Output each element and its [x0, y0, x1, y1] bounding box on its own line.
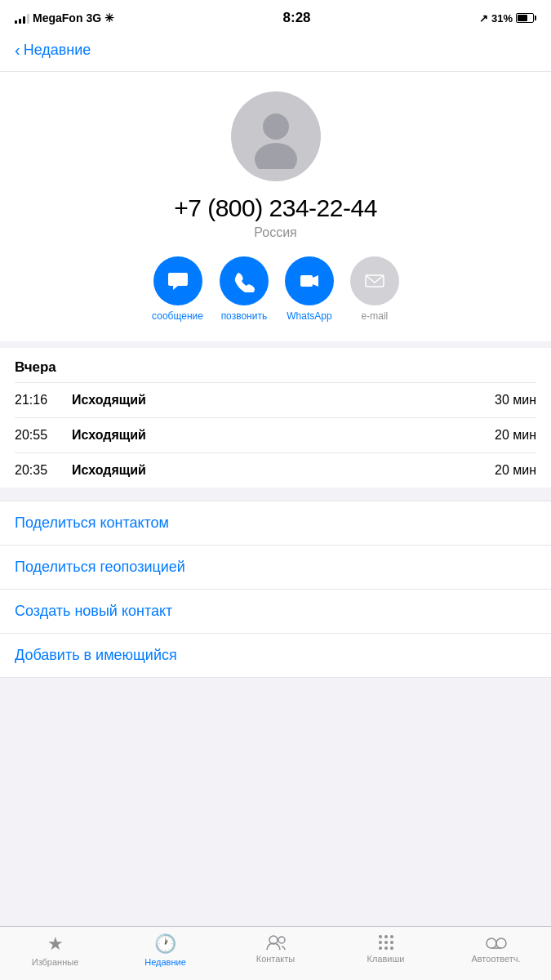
contact-section: +7 (800) 234-22-44 Россия сообщение	[0, 72, 551, 341]
network-icon: ✳︎	[104, 11, 114, 24]
favorites-icon: ★	[47, 933, 64, 955]
svg-point-7	[379, 935, 382, 938]
battery-percent: 31%	[491, 12, 513, 24]
svg-point-14	[384, 947, 388, 950]
country-name: Россия	[254, 225, 296, 240]
call-duration-2: 20 мин	[495, 428, 536, 443]
signal-bar-2	[19, 19, 21, 24]
svg-point-15	[390, 947, 393, 950]
message-circle	[153, 256, 202, 305]
svg-point-13	[379, 947, 382, 950]
svg-point-10	[379, 941, 382, 944]
call-time-1: 21:16	[15, 393, 72, 408]
contacts-label: Контакты	[256, 954, 295, 964]
tab-recents[interactable]: 🕐 Недавние	[110, 933, 220, 967]
status-right: ↗ 31%	[479, 12, 536, 24]
voicemail-label: Автоответч.	[471, 954, 520, 964]
phone-number: +7 (800) 234-22-44	[174, 194, 377, 222]
keypad-label: Клавиши	[367, 954, 405, 964]
section-divider-1	[0, 341, 551, 348]
contact-avatar	[231, 91, 321, 181]
svg-point-6	[278, 937, 285, 943]
call-type-3: Исходящий	[72, 463, 495, 478]
svg-point-11	[384, 941, 388, 944]
svg-point-9	[390, 935, 393, 938]
svg-point-0	[263, 114, 289, 140]
whatsapp-label: WhatsApp	[287, 310, 331, 322]
call-log-section: Вчера 21:16 Исходящий 30 мин 20:55 Исход…	[0, 348, 551, 488]
create-contact-item[interactable]: Создать новый контакт	[0, 589, 551, 633]
voicemail-icon	[485, 933, 508, 951]
call-row-1: 21:16 Исходящий 30 мин	[15, 382, 536, 417]
signal-bar-1	[15, 20, 17, 24]
action-buttons-row: сообщение позвонить	[152, 256, 399, 322]
nav-header: ‹ Недавние	[0, 33, 551, 72]
svg-point-8	[384, 935, 388, 938]
call-time-2: 20:55	[15, 428, 72, 443]
tab-bar: ★ Избранные 🕐 Недавние Контакты Клавиши	[0, 926, 551, 980]
svg-point-16	[487, 938, 496, 948]
action-call[interactable]: позвонить	[220, 256, 269, 322]
avatar-svg	[243, 104, 309, 169]
svg-rect-2	[300, 275, 313, 287]
action-whatsapp[interactable]: WhatsApp	[285, 256, 334, 322]
call-circle	[220, 256, 269, 305]
tab-keypad[interactable]: Клавиши	[331, 933, 441, 967]
whatsapp-icon	[298, 270, 321, 292]
message-icon	[167, 270, 189, 292]
call-icon	[233, 270, 256, 292]
status-time: 8:28	[283, 10, 311, 26]
carrier-name: MegaFon	[33, 11, 82, 24]
tab-favorites[interactable]: ★ Избранные	[0, 933, 110, 967]
tab-contacts[interactable]: Контакты	[220, 933, 331, 967]
call-label: позвонить	[221, 310, 268, 322]
add-to-existing-item[interactable]: Добавить в имеющийся	[0, 633, 551, 678]
svg-point-12	[390, 941, 393, 944]
favorites-label: Избранные	[32, 957, 79, 967]
keypad-icon	[377, 933, 395, 951]
email-circle	[350, 256, 399, 305]
call-duration-1: 30 мин	[495, 393, 536, 408]
tab-voicemail[interactable]: Автоответч.	[441, 933, 551, 967]
email-icon	[363, 270, 386, 292]
recents-label: Недавние	[144, 957, 186, 967]
section-divider-2	[0, 488, 551, 494]
svg-point-17	[496, 938, 506, 948]
signal-bar-4	[27, 14, 29, 24]
share-location-item[interactable]: Поделиться геопозицией	[0, 545, 551, 589]
back-chevron-icon: ‹	[15, 41, 20, 60]
call-type-2: Исходящий	[72, 428, 495, 443]
recents-icon: 🕐	[154, 933, 176, 955]
message-label: сообщение	[152, 310, 203, 322]
contacts-icon	[265, 933, 287, 951]
svg-point-1	[255, 143, 297, 169]
call-log-heading: Вчера	[15, 348, 536, 382]
back-label: Недавние	[24, 42, 91, 59]
status-bar: MegaFon 3G ✳︎ 8:28 ↗ 31%	[0, 0, 551, 33]
call-duration-3: 20 мин	[495, 463, 536, 478]
signal-bar-3	[23, 16, 25, 24]
whatsapp-circle	[285, 256, 334, 305]
action-email[interactable]: e-mail	[350, 256, 399, 322]
location-icon: ↗	[479, 12, 488, 24]
call-row-3: 20:35 Исходящий 20 мин	[15, 452, 536, 488]
call-time-3: 20:35	[15, 463, 72, 478]
signal-bars	[15, 12, 29, 24]
battery-icon	[516, 13, 536, 23]
status-left: MegaFon 3G ✳︎	[15, 11, 114, 24]
email-label: e-mail	[362, 310, 389, 322]
action-message[interactable]: сообщение	[152, 256, 203, 322]
network-type: 3G	[86, 11, 101, 24]
svg-marker-3	[313, 275, 318, 287]
contact-action-list: Поделиться контактом Поделиться геопозиц…	[0, 501, 551, 678]
call-row-2: 20:55 Исходящий 20 мин	[15, 417, 536, 452]
back-button[interactable]: ‹ Недавние	[15, 41, 91, 60]
share-contact-item[interactable]: Поделиться контактом	[0, 501, 551, 545]
call-type-1: Исходящий	[72, 393, 495, 408]
